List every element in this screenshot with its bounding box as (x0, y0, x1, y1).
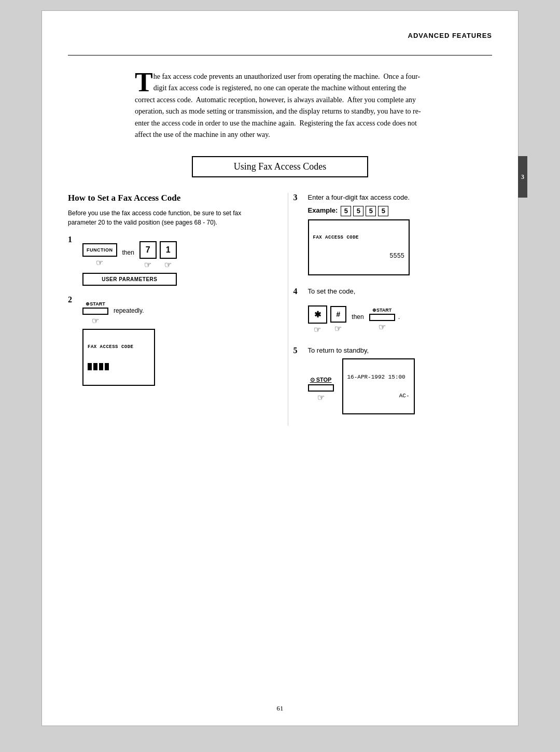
step-4-keys: To set the code, (308, 287, 400, 296)
step-1-then: then (122, 249, 134, 256)
intro-section: The fax access code prevents an unauthor… (135, 71, 425, 141)
start-key-wrapper: ⊕START ☞ (82, 301, 108, 326)
intro-text: The fax access code prevents an unauthor… (135, 71, 425, 141)
step-4-text: To set the code, (308, 287, 356, 296)
section-title-container: Using Fax Access Codes (68, 156, 492, 177)
start-label: ⊕START (86, 301, 105, 307)
asterisk-key-wrapper: ✱ ☞ (308, 305, 327, 335)
step-3-row: 3 Enter a four-digit fax access code. Ex… (293, 193, 493, 275)
step-5-row: 5 To return to standby, ⊙ STOP ☞ 16-APR (293, 346, 493, 414)
function-key-finger: ☞ (96, 258, 103, 268)
asterisk-finger: ☞ (314, 325, 321, 335)
step-5-num: 5 (293, 346, 304, 355)
hash-key-wrapper: # ☞ (330, 306, 347, 333)
start-key-2-wrapper: ⊕START ☞ (369, 308, 395, 332)
margin-tab-number: 3 (521, 173, 524, 181)
left-column: How to Set a Fax Access Code Before you … (68, 193, 272, 426)
step-3-num: 3 (293, 193, 304, 202)
key-1-wrapper: 1 ☞ (160, 241, 177, 270)
step-4-buttons: ✱ ☞ # ☞ then ⊕START (308, 299, 400, 335)
function-key[interactable]: FUNCTION (82, 243, 117, 257)
fax-access-code-display: FAX ACCESS CODE (82, 329, 155, 386)
section-title: Using Fax Access Codes (234, 161, 327, 172)
digit-3: 5 (366, 206, 376, 216)
key-7-wrapper: 7 ☞ (139, 241, 157, 270)
bar-4 (105, 363, 109, 370)
page-header: ADVANCED FEATURES (68, 32, 492, 39)
stop-finger: ☞ (317, 393, 325, 402)
bar-2 (93, 363, 97, 370)
step-4-num: 4 (293, 287, 304, 296)
start-key-2[interactable] (369, 314, 395, 321)
step-1-num: 1 (68, 235, 78, 244)
document-page: 3 ADVANCED FEATURES The fax access code … (41, 10, 519, 726)
fax-access-code-label: FAX ACCESS CODE (88, 344, 150, 350)
standby-line1: 16-APR-1992 15:00 (347, 374, 410, 380)
display-label-right: FAX ACCESS CODE (313, 235, 405, 240)
header-title: ADVANCED FEATURES (408, 32, 492, 39)
display-value-right: 5555 (313, 253, 405, 260)
how-to-heading: How to Set a Fax Access Code (68, 193, 267, 203)
section-title-box: Using Fax Access Codes (192, 156, 368, 177)
step-2-row: 2 ⊕START ☞ repeatedly. FAX ACC (68, 295, 267, 386)
hash-finger: ☞ (334, 324, 342, 333)
digit-4: 5 (378, 206, 388, 216)
intro-body: he fax access code prevents an unauthori… (135, 73, 421, 138)
start-key[interactable] (82, 308, 108, 315)
key-7[interactable]: 7 (139, 241, 157, 259)
hash-key[interactable]: # (330, 306, 347, 323)
step-4-period: . (398, 312, 400, 322)
page-footer: 61 (42, 704, 518, 713)
step-1-keys: FUNCTION ☞ then 7 ☞ (82, 235, 177, 270)
step-2-num: 2 (68, 295, 78, 304)
step-3-text1: Enter a four-digit fax access code. (308, 193, 410, 202)
standby-line2: AC- (347, 393, 410, 399)
step-3-example-label: Example: (308, 206, 338, 215)
step-2-repeatedly: repeatedly. (114, 307, 144, 314)
drop-cap: T (135, 71, 153, 94)
step-5-content: To return to standby, ⊙ STOP ☞ 16-APR-19… (308, 346, 415, 414)
stop-label: ⊙ STOP (310, 377, 332, 383)
fax-access-code-display-right: FAX ACCESS CODE 5555 (308, 219, 410, 275)
bar-1 (88, 363, 92, 370)
start-key-finger: ☞ (92, 316, 99, 326)
step-2-content: ⊕START ☞ repeatedly. FAX ACCESS CODE (82, 295, 155, 386)
two-column-layout: How to Set a Fax Access Code Before you … (68, 193, 492, 426)
step-1-row: 1 FUNCTION ☞ then (68, 235, 267, 286)
user-parameters-display: USER PARAMETERS (82, 273, 177, 286)
step-5-keys: ⊙ STOP ☞ 16-APR-1992 15:00 AC- (308, 358, 415, 414)
stop-key-wrapper: ⊙ STOP ☞ (308, 377, 334, 402)
step-4-then: then (352, 313, 363, 321)
key-1[interactable]: 1 (160, 241, 177, 259)
key-7-finger: ☞ (144, 260, 151, 270)
left-intro: Before you use the fax access code funct… (68, 208, 267, 227)
bar-3 (99, 363, 103, 370)
key-1-finger: ☞ (164, 260, 172, 270)
right-column: 3 Enter a four-digit fax access code. Ex… (288, 193, 493, 426)
step-1-content: FUNCTION ☞ then 7 ☞ (82, 235, 177, 286)
step-4-content: To set the code, ✱ ☞ # ☞ (308, 287, 400, 335)
start-label-2: ⊕START (372, 308, 391, 313)
digit-1: 5 (341, 206, 351, 216)
asterisk-key[interactable]: ✱ (308, 305, 327, 324)
digit-2: 5 (353, 206, 363, 216)
function-key-wrapper: FUNCTION ☞ (82, 243, 117, 268)
standby-display: 16-APR-1992 15:00 AC- (342, 358, 415, 414)
stop-key[interactable] (308, 384, 334, 392)
display-bars (88, 363, 150, 370)
page-number: 61 (277, 704, 284, 712)
step-3-example: Example: 5 5 5 5 (308, 206, 410, 216)
start-key-2-finger: ☞ (379, 322, 386, 332)
step-5-text: To return to standby, (308, 346, 415, 355)
step-3-content: Enter a four-digit fax access code. Exam… (308, 193, 410, 275)
margin-tab: 3 (518, 156, 527, 198)
example-digit-boxes: 5 5 5 5 (341, 206, 388, 216)
step-4-row: 4 To set the code, ✱ ☞ (293, 287, 493, 335)
step-2-keys: ⊕START ☞ repeatedly. (82, 295, 155, 326)
